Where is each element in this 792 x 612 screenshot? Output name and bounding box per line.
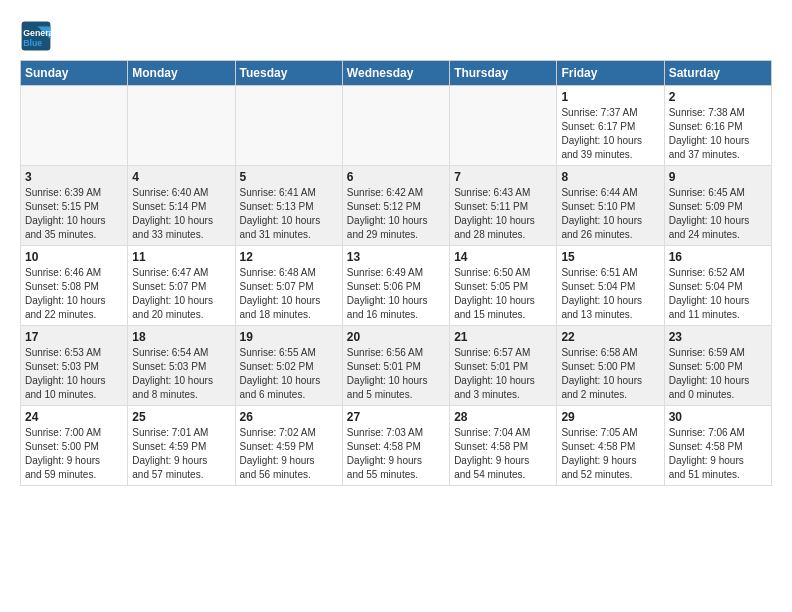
day-number: 26 <box>240 410 338 424</box>
day-number: 12 <box>240 250 338 264</box>
calendar-cell: 23Sunrise: 6:59 AM Sunset: 5:00 PM Dayli… <box>664 326 771 406</box>
calendar-cell: 28Sunrise: 7:04 AM Sunset: 4:58 PM Dayli… <box>450 406 557 486</box>
day-number: 9 <box>669 170 767 184</box>
calendar-cell: 13Sunrise: 6:49 AM Sunset: 5:06 PM Dayli… <box>342 246 449 326</box>
calendar-cell <box>21 86 128 166</box>
calendar-cell <box>342 86 449 166</box>
day-info: Sunrise: 7:02 AM Sunset: 4:59 PM Dayligh… <box>240 426 338 482</box>
header: General Blue <box>20 16 772 52</box>
calendar-cell: 7Sunrise: 6:43 AM Sunset: 5:11 PM Daylig… <box>450 166 557 246</box>
calendar-cell: 30Sunrise: 7:06 AM Sunset: 4:58 PM Dayli… <box>664 406 771 486</box>
day-number: 18 <box>132 330 230 344</box>
day-info: Sunrise: 6:43 AM Sunset: 5:11 PM Dayligh… <box>454 186 552 242</box>
weekday-header-thursday: Thursday <box>450 61 557 86</box>
day-number: 8 <box>561 170 659 184</box>
calendar-cell: 27Sunrise: 7:03 AM Sunset: 4:58 PM Dayli… <box>342 406 449 486</box>
calendar-cell <box>450 86 557 166</box>
day-info: Sunrise: 6:44 AM Sunset: 5:10 PM Dayligh… <box>561 186 659 242</box>
calendar-cell: 9Sunrise: 6:45 AM Sunset: 5:09 PM Daylig… <box>664 166 771 246</box>
calendar-cell: 20Sunrise: 6:56 AM Sunset: 5:01 PM Dayli… <box>342 326 449 406</box>
day-number: 24 <box>25 410 123 424</box>
day-info: Sunrise: 6:46 AM Sunset: 5:08 PM Dayligh… <box>25 266 123 322</box>
day-info: Sunrise: 6:57 AM Sunset: 5:01 PM Dayligh… <box>454 346 552 402</box>
day-number: 30 <box>669 410 767 424</box>
day-info: Sunrise: 7:00 AM Sunset: 5:00 PM Dayligh… <box>25 426 123 482</box>
calendar-cell: 29Sunrise: 7:05 AM Sunset: 4:58 PM Dayli… <box>557 406 664 486</box>
day-number: 4 <box>132 170 230 184</box>
calendar-cell: 21Sunrise: 6:57 AM Sunset: 5:01 PM Dayli… <box>450 326 557 406</box>
calendar-cell: 22Sunrise: 6:58 AM Sunset: 5:00 PM Dayli… <box>557 326 664 406</box>
logo: General Blue <box>20 20 52 52</box>
calendar-cell: 2Sunrise: 7:38 AM Sunset: 6:16 PM Daylig… <box>664 86 771 166</box>
day-number: 13 <box>347 250 445 264</box>
day-number: 28 <box>454 410 552 424</box>
calendar-cell: 8Sunrise: 6:44 AM Sunset: 5:10 PM Daylig… <box>557 166 664 246</box>
calendar-cell <box>235 86 342 166</box>
calendar-cell: 10Sunrise: 6:46 AM Sunset: 5:08 PM Dayli… <box>21 246 128 326</box>
calendar-cell: 17Sunrise: 6:53 AM Sunset: 5:03 PM Dayli… <box>21 326 128 406</box>
calendar-week-3: 10Sunrise: 6:46 AM Sunset: 5:08 PM Dayli… <box>21 246 772 326</box>
day-info: Sunrise: 6:50 AM Sunset: 5:05 PM Dayligh… <box>454 266 552 322</box>
calendar-week-5: 24Sunrise: 7:00 AM Sunset: 5:00 PM Dayli… <box>21 406 772 486</box>
day-info: Sunrise: 7:38 AM Sunset: 6:16 PM Dayligh… <box>669 106 767 162</box>
day-info: Sunrise: 6:54 AM Sunset: 5:03 PM Dayligh… <box>132 346 230 402</box>
day-info: Sunrise: 6:52 AM Sunset: 5:04 PM Dayligh… <box>669 266 767 322</box>
day-info: Sunrise: 6:42 AM Sunset: 5:12 PM Dayligh… <box>347 186 445 242</box>
day-number: 11 <box>132 250 230 264</box>
day-number: 19 <box>240 330 338 344</box>
calendar-cell: 5Sunrise: 6:41 AM Sunset: 5:13 PM Daylig… <box>235 166 342 246</box>
weekday-header-tuesday: Tuesday <box>235 61 342 86</box>
day-info: Sunrise: 7:04 AM Sunset: 4:58 PM Dayligh… <box>454 426 552 482</box>
weekday-header-monday: Monday <box>128 61 235 86</box>
calendar-cell: 11Sunrise: 6:47 AM Sunset: 5:07 PM Dayli… <box>128 246 235 326</box>
day-number: 14 <box>454 250 552 264</box>
day-info: Sunrise: 6:39 AM Sunset: 5:15 PM Dayligh… <box>25 186 123 242</box>
calendar-cell: 12Sunrise: 6:48 AM Sunset: 5:07 PM Dayli… <box>235 246 342 326</box>
day-number: 1 <box>561 90 659 104</box>
day-info: Sunrise: 6:51 AM Sunset: 5:04 PM Dayligh… <box>561 266 659 322</box>
day-info: Sunrise: 6:41 AM Sunset: 5:13 PM Dayligh… <box>240 186 338 242</box>
day-info: Sunrise: 7:03 AM Sunset: 4:58 PM Dayligh… <box>347 426 445 482</box>
weekday-header-wednesday: Wednesday <box>342 61 449 86</box>
calendar-cell <box>128 86 235 166</box>
day-info: Sunrise: 6:45 AM Sunset: 5:09 PM Dayligh… <box>669 186 767 242</box>
day-number: 29 <box>561 410 659 424</box>
day-number: 23 <box>669 330 767 344</box>
day-info: Sunrise: 6:40 AM Sunset: 5:14 PM Dayligh… <box>132 186 230 242</box>
day-number: 6 <box>347 170 445 184</box>
logo-icon: General Blue <box>20 20 52 52</box>
day-number: 20 <box>347 330 445 344</box>
day-info: Sunrise: 6:56 AM Sunset: 5:01 PM Dayligh… <box>347 346 445 402</box>
calendar-cell: 19Sunrise: 6:55 AM Sunset: 5:02 PM Dayli… <box>235 326 342 406</box>
day-info: Sunrise: 6:53 AM Sunset: 5:03 PM Dayligh… <box>25 346 123 402</box>
day-info: Sunrise: 7:37 AM Sunset: 6:17 PM Dayligh… <box>561 106 659 162</box>
weekday-header-sunday: Sunday <box>21 61 128 86</box>
calendar-week-4: 17Sunrise: 6:53 AM Sunset: 5:03 PM Dayli… <box>21 326 772 406</box>
calendar-cell: 14Sunrise: 6:50 AM Sunset: 5:05 PM Dayli… <box>450 246 557 326</box>
day-info: Sunrise: 6:47 AM Sunset: 5:07 PM Dayligh… <box>132 266 230 322</box>
day-number: 15 <box>561 250 659 264</box>
calendar-cell: 25Sunrise: 7:01 AM Sunset: 4:59 PM Dayli… <box>128 406 235 486</box>
weekday-header-row: SundayMondayTuesdayWednesdayThursdayFrid… <box>21 61 772 86</box>
calendar-cell: 6Sunrise: 6:42 AM Sunset: 5:12 PM Daylig… <box>342 166 449 246</box>
calendar-cell: 26Sunrise: 7:02 AM Sunset: 4:59 PM Dayli… <box>235 406 342 486</box>
calendar-week-2: 3Sunrise: 6:39 AM Sunset: 5:15 PM Daylig… <box>21 166 772 246</box>
day-number: 25 <box>132 410 230 424</box>
day-number: 5 <box>240 170 338 184</box>
day-info: Sunrise: 7:06 AM Sunset: 4:58 PM Dayligh… <box>669 426 767 482</box>
page: General Blue SundayMondayTuesdayWednesda… <box>0 0 792 496</box>
calendar-cell: 4Sunrise: 6:40 AM Sunset: 5:14 PM Daylig… <box>128 166 235 246</box>
day-number: 7 <box>454 170 552 184</box>
day-number: 21 <box>454 330 552 344</box>
svg-text:General: General <box>23 28 52 38</box>
day-info: Sunrise: 6:58 AM Sunset: 5:00 PM Dayligh… <box>561 346 659 402</box>
day-number: 27 <box>347 410 445 424</box>
weekday-header-friday: Friday <box>557 61 664 86</box>
day-number: 3 <box>25 170 123 184</box>
calendar-cell: 15Sunrise: 6:51 AM Sunset: 5:04 PM Dayli… <box>557 246 664 326</box>
day-number: 2 <box>669 90 767 104</box>
day-info: Sunrise: 6:48 AM Sunset: 5:07 PM Dayligh… <box>240 266 338 322</box>
calendar-cell: 16Sunrise: 6:52 AM Sunset: 5:04 PM Dayli… <box>664 246 771 326</box>
weekday-header-saturday: Saturday <box>664 61 771 86</box>
day-info: Sunrise: 6:49 AM Sunset: 5:06 PM Dayligh… <box>347 266 445 322</box>
